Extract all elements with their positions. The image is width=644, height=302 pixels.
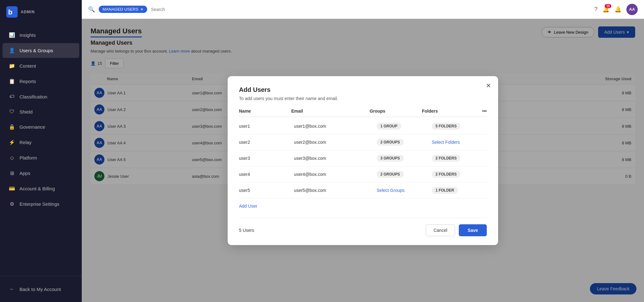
modal-user-email: user2@box.com	[294, 140, 377, 145]
user-avatar[interactable]: AA	[626, 4, 638, 15]
sidebar-item-label: Relay	[19, 140, 31, 145]
modal-user-email: user4@box.com	[294, 172, 377, 177]
notification-bell[interactable]: 🔔 15	[602, 6, 609, 13]
apps-icon: ⊞	[9, 170, 15, 176]
help-button[interactable]: ?	[594, 6, 597, 13]
shield-icon: 🛡	[9, 109, 15, 115]
sidebar-item-label: Shield	[19, 109, 33, 115]
sidebar-item-governance[interactable]: 🔒 Governance	[3, 120, 79, 134]
cancel-button[interactable]: Cancel	[426, 224, 455, 236]
modal-overlay: ✕ Add Users To add users you must enter …	[82, 19, 644, 302]
search-input[interactable]	[151, 7, 591, 12]
modal-close-button[interactable]: ✕	[486, 82, 491, 89]
modal-table-header: Name Email Groups Folders •••	[239, 109, 487, 117]
modal-user-groups: 3 GROUPS	[377, 155, 432, 162]
modal-user-folders[interactable]: Select Folders	[432, 140, 487, 145]
modal-subtitle: To add users you must enter their name a…	[239, 96, 487, 101]
sidebar-item-platform[interactable]: ◇ Platform	[3, 150, 79, 165]
modal-user-groups: 2 GROUPS	[377, 171, 432, 178]
classification-icon: 🏷	[9, 94, 15, 99]
add-user-link[interactable]: Add User	[239, 204, 257, 209]
modal-user-name: user5	[239, 188, 294, 193]
sidebar-item-label: Users & Groups	[19, 48, 53, 53]
modal-user-name: user2	[239, 140, 294, 145]
sidebar-item-label: Governance	[19, 124, 45, 130]
insights-icon: 📊	[9, 32, 15, 38]
settings-icon: ⚙	[9, 201, 15, 207]
search-icon[interactable]: 🔍	[88, 6, 95, 13]
modal-user-email: user1@box.com	[294, 124, 377, 129]
sidebar-item-apps[interactable]: ⊞ Apps	[3, 166, 79, 181]
save-button[interactable]: Save	[459, 224, 487, 236]
sidebar-item-users-groups[interactable]: 👤 Users & Groups	[3, 43, 79, 58]
modal-col-folders-header: Folders	[422, 109, 474, 114]
sidebar-item-label: Enterprise Settings	[19, 201, 59, 207]
modal-col-email-header: Email	[291, 109, 369, 114]
user-count-label: 5 Users	[239, 228, 254, 233]
modal-user-groups[interactable]: Select Groups	[377, 188, 432, 193]
back-to-my-account[interactable]: ← Back to My Account	[3, 282, 79, 296]
main-content: 🔍 MANAGED USERS ✕ ? 🔔 15 🔔 AA Managed Us…	[82, 0, 644, 302]
modal-user-folders: 5 FOLDERS	[432, 123, 487, 130]
notification-badge: 15	[605, 4, 611, 8]
sidebar-item-reports[interactable]: 📋 Reports	[3, 74, 79, 89]
sidebar-bottom: ← Back to My Account	[0, 276, 82, 302]
admin-label: ADMIN	[21, 10, 35, 14]
modal-user-name: user1	[239, 124, 294, 129]
sidebar-item-label: Platform	[19, 155, 37, 160]
relay-icon: ⚡	[9, 139, 15, 145]
sidebar-item-label: Account & Billing	[19, 186, 55, 191]
sidebar-item-content[interactable]: 📁 Content	[3, 59, 79, 73]
content-area: Managed Users 👁 Leave New Design Add Use…	[82, 19, 644, 302]
search-tag-close[interactable]: ✕	[140, 7, 143, 12]
modal-table-row: user5 user5@box.com Select Groups 1 FOLD…	[239, 182, 487, 199]
modal-table-row: user4 user4@box.com 2 GROUPS 2 FOLDERS	[239, 166, 487, 182]
sidebar-item-classification[interactable]: 🏷 Classification	[3, 89, 79, 104]
modal-table-row: user3 user3@box.com 3 GROUPS 2 FOLDERS	[239, 150, 487, 166]
modal-user-folders: 1 FOLDER	[432, 187, 487, 194]
sidebar-item-label: Content	[19, 63, 36, 69]
back-label: Back to My Account	[19, 287, 61, 292]
header: 🔍 MANAGED USERS ✕ ? 🔔 15 🔔 AA	[82, 0, 644, 19]
sidebar-item-insights[interactable]: 📊 Insights	[3, 28, 79, 42]
modal-user-email: user3@box.com	[294, 156, 377, 161]
logo-area: b ADMIN	[0, 0, 82, 24]
content-icon: 📁	[9, 63, 15, 69]
sidebar-item-label: Apps	[19, 171, 30, 176]
sidebar-item-label: Insights	[19, 32, 36, 38]
platform-icon: ◇	[9, 155, 15, 161]
header-right: ? 🔔 15 🔔 AA	[594, 4, 638, 15]
sidebar-item-label: Reports	[19, 79, 36, 84]
modal-table-row: user2 user2@box.com 2 GROUPS Select Fold…	[239, 134, 487, 150]
users-groups-icon: 👤	[9, 48, 15, 53]
reports-icon: 📋	[9, 78, 15, 84]
modal-user-name: user4	[239, 172, 294, 177]
back-icon: ←	[9, 286, 15, 292]
modal-user-groups: 1 GROUP	[377, 123, 432, 130]
add-users-modal: ✕ Add Users To add users you must enter …	[228, 76, 498, 245]
sidebar-item-label: Classification	[19, 94, 47, 99]
modal-footer: 5 Users Cancel Save	[239, 218, 487, 236]
search-tag-label: MANAGED USERS	[103, 7, 138, 12]
modal-col-name-header: Name	[239, 109, 291, 114]
modal-user-name: user3	[239, 156, 294, 161]
billing-icon: 💳	[9, 186, 15, 192]
modal-user-email: user5@box.com	[294, 188, 377, 193]
modal-user-folders: 2 FOLDERS	[432, 171, 487, 178]
search-tag: MANAGED USERS ✕	[99, 6, 147, 13]
sidebar-item-account-billing[interactable]: 💳 Account & Billing	[3, 181, 79, 196]
modal-user-folders: 2 FOLDERS	[432, 155, 487, 162]
sidebar-item-relay[interactable]: ⚡ Relay	[3, 135, 79, 150]
modal-title: Add Users	[239, 86, 487, 93]
sidebar-item-shield[interactable]: 🛡 Shield	[3, 104, 79, 119]
governance-icon: 🔒	[9, 124, 15, 130]
sidebar: b ADMIN 📊 Insights 👤 Users & Groups 📁 Co…	[0, 0, 82, 302]
svg-text:b: b	[8, 8, 12, 16]
modal-col-groups-header: Groups	[370, 109, 422, 114]
modal-col-more-header: •••	[474, 109, 487, 114]
alert-bell[interactable]: 🔔	[614, 6, 621, 13]
sidebar-item-enterprise-settings[interactable]: ⚙ Enterprise Settings	[3, 197, 79, 211]
footer-actions: Cancel Save	[426, 224, 487, 236]
modal-user-groups: 2 GROUPS	[377, 139, 432, 146]
sidebar-nav: 📊 Insights 👤 Users & Groups 📁 Content 📋 …	[0, 24, 82, 276]
